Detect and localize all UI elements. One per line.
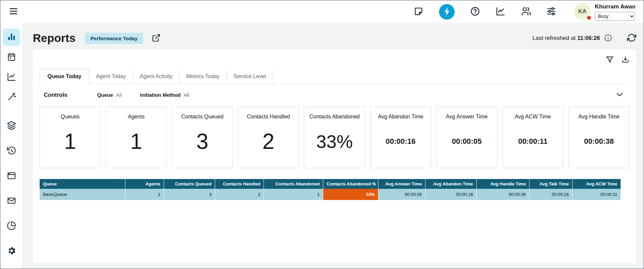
metric-card-avg-acw-time: Avg ACW Time 00:00:11: [502, 107, 563, 168]
bar-chart-icon: [7, 32, 16, 43]
metric-label: Avg Handle Time: [578, 114, 620, 120]
sidebar-item-windows[interactable]: [3, 167, 20, 185]
sidebar-item-settings[interactable]: [3, 242, 20, 260]
users-icon: [521, 6, 531, 17]
table-row[interactable]: BasicQueue 1 3 2 1 33% 00:00:05 00:00:16…: [40, 189, 621, 200]
column-header-agents: Agents: [125, 179, 164, 189]
metric-label: Contacts Abandoned: [309, 114, 360, 120]
directory-button[interactable]: [521, 6, 531, 17]
metric-value: 00:00:38: [584, 137, 614, 146]
help-button[interactable]: [470, 6, 480, 17]
calendar-icon: [7, 52, 16, 63]
cell-queue: BasicQueue: [40, 189, 125, 200]
sidebar-item-schedule[interactable]: [3, 48, 20, 66]
report-tabs: Queue Today Agent Today Agent Activity M…: [40, 69, 629, 84]
download-icon: [621, 55, 629, 65]
hamburger-menu-button[interactable]: [8, 6, 19, 17]
metric-card-agents: Agents 1: [106, 107, 167, 168]
line-chart-icon: [496, 6, 505, 17]
metric-value: 00:00:16: [386, 137, 416, 146]
mail-icon: [7, 196, 16, 206]
layers-icon: [7, 121, 16, 131]
sidebar-item-tools[interactable]: [3, 88, 20, 106]
metric-value: 00:00:11: [518, 137, 547, 146]
refresh-button[interactable]: [627, 33, 636, 43]
gear-icon: [7, 246, 16, 256]
cell-contacts-queued: 3: [164, 189, 215, 200]
sidebar-item-analytics[interactable]: [3, 217, 20, 235]
last-refreshed-text: Last refreshed at 11:06:26: [533, 35, 600, 42]
user-block: KA Khurram Awan Busy: [574, 3, 636, 21]
tab-agent-today[interactable]: Agent Today: [89, 69, 133, 84]
user-meta: Khurram Awan Busy: [595, 3, 636, 21]
metric-cards: Queues 1 Agents 1 Contacts Queued 3 Cont…: [40, 107, 629, 168]
pie-chart-icon: [7, 221, 16, 231]
sidebar-item-reports[interactable]: [3, 28, 20, 46]
metric-value: 3: [196, 129, 208, 154]
sidebar-item-mail[interactable]: [3, 192, 20, 210]
quick-connect-button[interactable]: [439, 4, 455, 20]
tab-agent-activity[interactable]: Agent Activity: [133, 69, 180, 84]
app-window: KA Khurram Awan Busy: [0, 0, 644, 269]
status-select[interactable]: Busy: [595, 12, 635, 21]
filter-button[interactable]: [606, 55, 614, 65]
column-header-contacts-abandoned-pct: Contacts Abandoned %: [323, 179, 378, 189]
sliders-icon: [546, 6, 556, 17]
report-card: Queue Today Agent Today Agent Activity M…: [33, 49, 636, 263]
tab-queue-today[interactable]: Queue Today: [40, 69, 89, 84]
topbar-actions: KA Khurram Awan Busy: [398, 3, 636, 21]
status-dot: [586, 15, 591, 20]
notes-button[interactable]: [414, 6, 423, 17]
table-header-row: Queue Agents Contacts Queued Contacts Ha…: [40, 179, 621, 189]
sidebar-item-history[interactable]: [3, 142, 20, 160]
user-name: Khurram Awan: [595, 3, 636, 10]
metric-label: Queues: [61, 114, 80, 120]
metric-label: Contacts Handled: [247, 114, 290, 120]
column-header-contacts-queued: Contacts Queued: [164, 179, 215, 189]
metric-card-contacts-queued: Contacts Queued 3: [172, 107, 233, 168]
tab-service-level[interactable]: Service Level: [227, 69, 273, 84]
avatar[interactable]: KA: [574, 3, 591, 20]
metric-card-contacts-abandoned: Contacts Abandoned 33%: [304, 107, 365, 168]
report-type-badge: Performance Today: [85, 33, 143, 44]
open-in-new-button[interactable]: [152, 33, 161, 43]
metric-label: Avg ACW Time: [515, 114, 551, 120]
queue-metrics-table: Queue Agents Contacts Queued Contacts Ha…: [40, 179, 621, 200]
filter-value: All: [116, 92, 122, 98]
column-header-avg-acw-time: Avg ACW Time: [573, 179, 621, 189]
column-header-avg-abandon-time: Avg Abandon Time: [425, 179, 477, 189]
metric-value: 2: [263, 129, 275, 154]
cell-avg-acw-time: 00:00:11: [573, 189, 621, 200]
sidebar-item-trends[interactable]: [3, 68, 20, 86]
cell-avg-handle-time: 00:00:38: [477, 189, 529, 200]
history-icon: [7, 146, 16, 156]
metric-card-contacts-handled: Contacts Handled 2: [238, 107, 299, 168]
filter-name: Initiation Method: [140, 92, 181, 98]
last-refreshed-time: 11:06:26: [577, 35, 600, 41]
window-icon: [7, 171, 16, 181]
preferences-button[interactable]: [546, 6, 556, 17]
cell-avg-abandon-time: 00:00:16: [425, 189, 477, 200]
column-header-contacts-abandoned: Contacts Abandoned: [264, 179, 323, 189]
controls-label: Controls: [44, 92, 67, 98]
download-button[interactable]: [621, 55, 629, 65]
metric-card-avg-abandon-time: Avg Abandon Time 00:00:16: [370, 107, 431, 168]
info-button[interactable]: [604, 34, 612, 43]
column-header-avg-handle-time: Avg Handle Time: [477, 179, 529, 189]
metric-label: Avg Abandon Time: [378, 114, 423, 120]
initiation-method-filter[interactable]: Initiation Method All: [140, 92, 189, 98]
metrics-button[interactable]: [496, 6, 505, 17]
column-header-avg-talk-time: Avg Talk Time: [529, 179, 573, 189]
column-header-avg-answer-time: Avg Answer Time: [378, 179, 425, 189]
cell-avg-answer-time: 00:00:05: [378, 189, 425, 200]
metric-card-avg-answer-time: Avg Answer Time 00:00:05: [436, 107, 497, 168]
collapse-controls-button[interactable]: [615, 90, 624, 100]
queue-filter[interactable]: Queue All: [97, 92, 122, 98]
metric-label: Contacts Queued: [181, 114, 224, 120]
lightning-icon: [439, 4, 455, 20]
cell-avg-talk-time: 00:00:16: [529, 189, 573, 200]
tab-metrics-today[interactable]: Metrics Today: [180, 69, 227, 84]
sidebar-item-layers[interactable]: [3, 117, 20, 135]
metric-card-avg-handle-time: Avg Handle Time 00:00:38: [568, 107, 629, 168]
line-chart-icon: [7, 72, 16, 83]
